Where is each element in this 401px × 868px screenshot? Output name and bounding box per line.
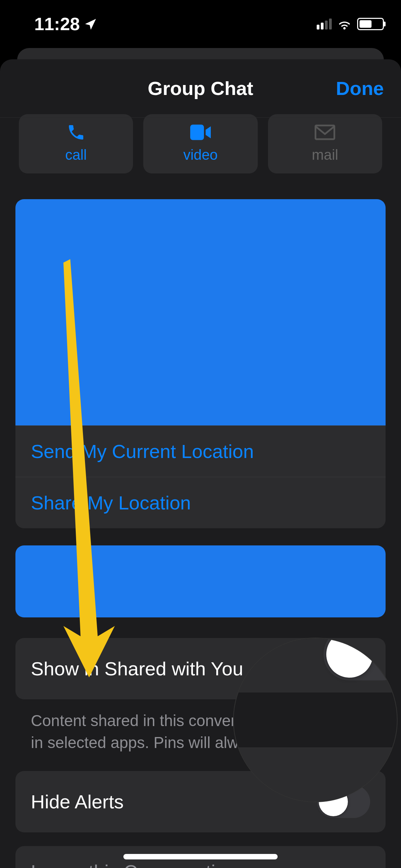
members-location-section: Send My Current Location Share My Locati…: [15, 199, 386, 528]
cellular-signal-icon: [317, 19, 332, 29]
location-arrow-icon: [84, 17, 98, 31]
redacted-members-block: [15, 199, 386, 425]
status-bar-left: 11:28: [34, 14, 98, 34]
svg-rect-1: [316, 125, 335, 139]
battery-icon: [357, 18, 384, 30]
svg-rect-0: [190, 124, 204, 140]
annotation-magnifier: [233, 638, 398, 802]
wifi-icon: [337, 19, 352, 29]
mail-icon: [315, 123, 335, 142]
sheet-title: Group Chat: [148, 77, 253, 99]
status-time: 11:28: [34, 14, 80, 34]
send-location-row[interactable]: Send My Current Location: [15, 425, 386, 477]
done-button[interactable]: Done: [336, 77, 384, 99]
leave-conversation-label: Leave this Conversation: [31, 861, 237, 868]
redacted-block: [15, 545, 386, 617]
video-label: video: [183, 147, 218, 163]
status-bar: 11:28: [0, 0, 401, 41]
call-button[interactable]: call: [19, 114, 133, 173]
shared-with-you-label: Show in Shared with You: [31, 658, 243, 680]
phone-icon: [66, 123, 86, 142]
home-indicator[interactable]: [123, 854, 278, 859]
sheet-header: Group Chat Done: [0, 59, 401, 118]
status-bar-right: [317, 18, 384, 30]
mail-label: mail: [312, 147, 338, 163]
share-location-row[interactable]: Share My Location: [15, 477, 386, 528]
hide-alerts-label: Hide Alerts: [31, 791, 124, 813]
action-buttons-row: call video mail: [0, 114, 401, 173]
video-button[interactable]: video: [143, 114, 257, 173]
mail-button: mail: [268, 114, 382, 173]
video-icon: [190, 123, 211, 142]
call-label: call: [65, 147, 87, 163]
